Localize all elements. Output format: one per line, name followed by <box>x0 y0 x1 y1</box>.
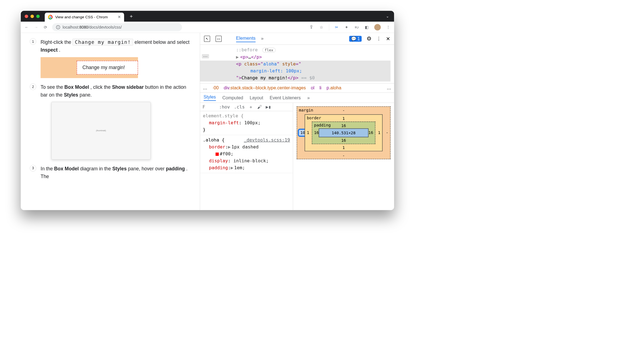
tab-more[interactable]: » <box>261 36 264 42</box>
close-tab-button[interactable]: ✕ <box>118 15 121 19</box>
screenshot-thumbnail: (thumbnail) <box>51 102 151 160</box>
browser-tab[interactable]: View and change CSS - Chrom ✕ <box>45 13 124 22</box>
tab-elements[interactable]: Elements <box>236 35 256 42</box>
maximize-window-button[interactable] <box>36 14 40 18</box>
bc-ol[interactable]: ol <box>311 85 314 91</box>
new-style-rule-button[interactable]: ＋ <box>249 104 253 110</box>
bc-dots[interactable]: … <box>203 85 207 91</box>
inspect-element-icon[interactable]: ↖ <box>204 36 210 42</box>
paint-icon[interactable]: 🖌 <box>257 104 262 110</box>
step-bold: padding <box>166 166 185 172</box>
margin-bottom-value[interactable]: - <box>342 153 345 158</box>
bc-li[interactable]: li <box>319 85 321 91</box>
step-1: 1 Right-click the Change my margin! elem… <box>30 38 193 78</box>
border-bottom-value[interactable]: 1 <box>342 145 345 150</box>
box-padding[interactable]: padding 16 16 16 16 140.531×28 <box>312 122 375 144</box>
expand-icon[interactable]: ▶ <box>236 54 239 59</box>
margin-right-value[interactable]: - <box>386 130 388 135</box>
device-toolbar-icon[interactable]: ▭ <box>215 36 221 42</box>
margin-demo-box: Change my margin! <box>41 57 138 78</box>
step-number: 3 <box>30 165 36 171</box>
settings-gear-icon[interactable]: ⚙ <box>367 36 372 42</box>
step-bold: Inspect <box>41 47 57 53</box>
bc-trunc[interactable]: ·00 <box>212 85 219 91</box>
subtab-layout[interactable]: Layout <box>250 95 263 100</box>
new-tab-button[interactable]: ＋ <box>129 13 134 20</box>
tab-title: View and change CSS - Chrom <box>55 15 108 19</box>
console-messages-badge[interactable]: 💬 1 <box>349 36 362 42</box>
dom-tree-wrapper: ⋯ ::before flex ▶<p>…</p> <p class="aloh… <box>200 45 394 83</box>
border-label: border <box>307 116 321 120</box>
extensions-icon[interactable]: ✦ <box>344 25 350 29</box>
back-button[interactable]: ← <box>24 25 29 29</box>
margin-label: margin <box>299 108 313 112</box>
bc-more[interactable]: … <box>387 85 391 91</box>
dom-tree[interactable]: ::before flex ▶<p>…</p> <p class="aloha"… <box>200 45 394 83</box>
step-text: . <box>59 47 60 53</box>
change-my-margin-element[interactable]: Change my margin! <box>77 61 138 74</box>
code-pill: Change my margin! <box>72 39 133 46</box>
rule-source-link[interactable]: _devtools.scss:19 <box>244 136 290 143</box>
subtab-styles[interactable]: Styles <box>204 94 216 101</box>
flex-badge[interactable]: flex <box>262 48 276 52</box>
box-margin[interactable]: margin - - - 100 border 1 1 1 1 paddin <box>297 106 390 159</box>
browser-window: View and change CSS - Chrom ✕ ＋ ⌄ ← → ⟳ … <box>21 11 394 210</box>
scissors-icon[interactable]: ✂ <box>334 25 339 29</box>
css-rule-aloha[interactable]: _devtools.scss:19 .aloha { border:▶1px d… <box>200 135 293 173</box>
margin-top-value[interactable]: - <box>342 108 345 113</box>
devtools-menu-icon[interactable]: ⋮ <box>377 36 381 41</box>
show-sidebar-button[interactable]: ▶▮ <box>266 104 271 110</box>
padding-top-value[interactable]: 16 <box>341 123 346 128</box>
step-text: element below and select <box>135 39 190 45</box>
subtab-more[interactable]: » <box>307 95 310 100</box>
cls-toggle[interactable]: .cls <box>234 104 245 110</box>
box-content-size[interactable]: 140.531×28 <box>319 128 369 137</box>
bookmark-star-icon[interactable]: ☆ <box>319 25 324 29</box>
box-model-widget[interactable]: margin - - - 100 border 1 1 1 1 paddin <box>293 103 394 210</box>
close-devtools-button[interactable]: ✕ <box>386 36 390 42</box>
dom-breadcrumb[interactable]: … ·00 divdiv.stack.stack--block.type.cen… <box>200 83 394 93</box>
chrome-icon <box>48 15 53 19</box>
border-top-value[interactable]: 1 <box>342 116 345 120</box>
subtab-computed[interactable]: Computed <box>222 95 243 100</box>
border-left-value[interactable]: 1 <box>307 130 309 135</box>
reading-list-icon[interactable]: ≡♪ <box>354 25 360 29</box>
minimize-window-button[interactable] <box>31 14 34 18</box>
url-host: localhost:8080/docs/devtools/css/ <box>63 25 122 29</box>
styles-filter-bar: :hov .cls ＋ 🖌 ▶▮ <box>200 103 293 111</box>
padding-right-value[interactable]: 16 <box>369 130 373 135</box>
selected-dom-node[interactable]: <p class="aloha" style=" margin-left: 10… <box>200 60 391 82</box>
side-panel-icon[interactable]: ◧ <box>364 25 370 29</box>
reload-button[interactable]: ⟳ <box>43 25 48 29</box>
box-border[interactable]: border 1 1 1 1 padding 16 16 16 16 <box>305 114 383 151</box>
chrome-menu-icon[interactable]: ⋮ <box>385 25 391 29</box>
collapse-handle[interactable]: ⋯ <box>202 54 209 59</box>
content-area: 1 Right-click the Change my margin! elem… <box>21 33 394 210</box>
step-number: 2 <box>30 84 36 90</box>
tabs-menu-button[interactable]: ⌄ <box>386 14 389 19</box>
profile-avatar[interactable] <box>374 24 381 30</box>
subtab-event-listeners[interactable]: Event Listeners <box>270 95 301 100</box>
bc-p[interactable]: p.aloha <box>327 85 341 91</box>
step-text: pane. <box>80 92 92 98</box>
forward-button[interactable]: → <box>33 25 39 29</box>
padding-bottom-value[interactable]: 16 <box>341 138 346 143</box>
site-info-icon[interactable]: i <box>56 25 60 29</box>
hov-toggle[interactable]: :hov <box>219 104 230 110</box>
step-bold: Styles <box>112 166 127 172</box>
border-right-value[interactable]: 1 <box>378 130 380 135</box>
devtools-tab-bar: ↖ ▭ Elements » 💬 1 ⚙ ⋮ ✕ <box>200 33 394 45</box>
css-rule-element-style[interactable]: element.style { margin-left: 100px; } <box>200 111 293 135</box>
styles-subtabs: Styles Computed Layout Event Listeners » <box>200 93 394 103</box>
tab-bar: View and change CSS - Chrom ✕ ＋ ⌄ <box>21 11 394 22</box>
address-bar[interactable]: i localhost:8080/docs/devtools/css/ <box>52 23 182 31</box>
filter-input[interactable] <box>203 104 215 110</box>
close-window-button[interactable] <box>25 14 28 18</box>
step-number: 1 <box>30 38 36 45</box>
bc-long[interactable]: divdiv.stack.stack--block.type.center-im… <box>224 85 306 91</box>
pseudo-before: ::before <box>236 47 258 52</box>
color-swatch[interactable] <box>215 153 219 156</box>
devtools-panel: ↖ ▭ Elements » 💬 1 ⚙ ⋮ ✕ ⋯ ::before flex <box>200 33 394 210</box>
share-icon[interactable]: ⇪ <box>309 24 314 30</box>
padding-left-value[interactable]: 16 <box>314 130 319 135</box>
